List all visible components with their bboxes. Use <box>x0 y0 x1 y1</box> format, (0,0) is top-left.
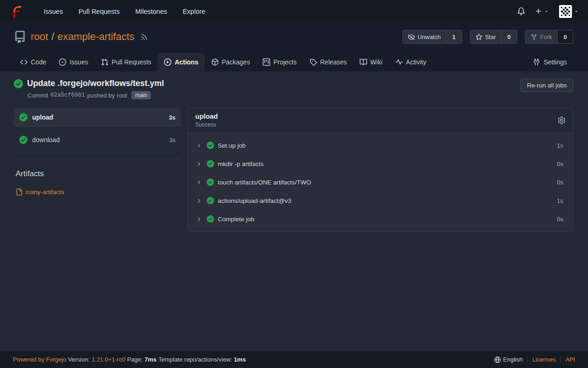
tools-icon <box>533 58 540 66</box>
rerun-all-jobs-button[interactable]: Re-run all jobs <box>520 79 573 92</box>
tab-actions[interactable]: Actions <box>158 53 204 71</box>
branch-badge[interactable]: main <box>131 91 151 99</box>
plus-icon <box>535 8 542 15</box>
tab-projects[interactable]: Projects <box>256 53 303 71</box>
check-circle-icon <box>19 113 28 121</box>
job-item-download[interactable]: download 3s <box>14 130 181 150</box>
issue-opened-icon <box>59 58 66 66</box>
tab-wiki[interactable]: Wiki <box>353 53 389 71</box>
unwatch-label: Unwatch <box>418 34 441 40</box>
job-detail-panel: upload Success Set up job 1s mkdir -p ar… <box>187 108 573 232</box>
artifact-link-many-artifacts[interactable]: many-artifacts <box>16 189 181 196</box>
eye-closed-icon <box>408 34 415 40</box>
gear-icon[interactable] <box>558 116 565 124</box>
page-time-value: 7ms <box>145 356 157 363</box>
pull-request-icon <box>101 58 108 66</box>
check-circle-icon <box>207 197 214 204</box>
step-duration: 1s <box>557 197 563 204</box>
run-header: Update .forgejo/workflows/test.yml Commi… <box>14 79 573 99</box>
job-name: upload <box>32 114 53 121</box>
nav-link-pull-requests[interactable]: Pull Requests <box>71 0 127 23</box>
commit-info: Commit 82a5cf6961 pushed by root main <box>28 91 164 99</box>
rss-icon[interactable] <box>140 33 148 41</box>
job-duration: 3s <box>169 137 175 144</box>
watchers-count: 1 <box>446 30 461 43</box>
check-circle-icon <box>14 79 23 88</box>
licenses-link[interactable]: Licenses <box>532 356 556 363</box>
artifact-name: many-artifacts <box>25 189 64 196</box>
actions-run-view: Update .forgejo/workflows/test.yml Commi… <box>0 71 588 351</box>
repo-owner-link[interactable]: root <box>31 31 48 43</box>
powered-by-link[interactable]: Powered by Forgejo <box>13 356 66 363</box>
chevron-down-icon <box>544 9 549 14</box>
steps-list: Set up job 1s mkdir -p artifacts 0s touc… <box>188 133 573 231</box>
forgejo-logo-icon[interactable] <box>9 4 24 19</box>
step-row-set-up-job[interactable]: Set up job 1s <box>188 136 573 155</box>
play-circle-icon <box>164 58 171 66</box>
run-title: Update .forgejo/workflows/test.yml <box>27 79 164 88</box>
step-row-complete-job[interactable]: Complete job 0s <box>188 210 573 228</box>
create-new-menu[interactable] <box>535 8 549 15</box>
bell-icon[interactable] <box>517 7 525 15</box>
user-menu[interactable] <box>559 5 579 18</box>
repo-icon <box>14 31 26 43</box>
tab-pull-requests[interactable]: Pull Requests <box>95 53 158 71</box>
top-navbar: Issues Pull Requests Milestones Explore <box>0 0 588 23</box>
sidebar-divider <box>14 159 181 159</box>
tab-activity[interactable]: Activity <box>389 53 433 71</box>
stars-count: 0 <box>501 30 517 43</box>
step-duration: 1s <box>557 142 563 149</box>
step-duration: 0s <box>557 161 563 167</box>
step-row-touch[interactable]: touch artifacts/ONE artifacts/TWO 0s <box>188 173 573 191</box>
step-duration: 0s <box>557 216 563 223</box>
check-circle-icon <box>207 142 214 149</box>
breadcrumb-separator: / <box>51 31 54 43</box>
step-row-upload-artifact[interactable]: actions/upload-artifact@v3 1s <box>188 191 573 210</box>
breadcrumb: root / example-artifacts <box>31 31 135 43</box>
navbar-right <box>517 5 579 18</box>
check-circle-icon <box>19 136 28 144</box>
tab-releases[interactable]: Releases <box>303 53 353 71</box>
commit-author-link[interactable]: root <box>117 92 127 99</box>
jobs-sidebar: upload 3s download 3s Artifacts many-art… <box>14 108 181 196</box>
nav-link-issues[interactable]: Issues <box>36 0 71 23</box>
step-row-mkdir[interactable]: mkdir -p artifacts 0s <box>188 155 573 173</box>
fork-label: Fork <box>540 34 552 40</box>
language-menu[interactable]: English <box>494 356 523 363</box>
job-detail-name: upload <box>195 112 218 120</box>
file-icon <box>16 189 23 196</box>
version-label: Version: <box>68 356 90 363</box>
fork-button[interactable]: Fork 0 <box>525 30 573 44</box>
check-circle-icon <box>207 215 214 223</box>
job-detail-header: upload Success <box>188 108 573 133</box>
book-icon <box>360 58 367 66</box>
job-item-upload[interactable]: upload 3s <box>14 108 181 127</box>
tab-issues[interactable]: Issues <box>52 53 94 71</box>
globe-icon <box>494 356 501 363</box>
job-detail-status: Success <box>195 121 218 128</box>
commit-sha-link[interactable]: 82a5cf6961 <box>51 92 85 98</box>
check-circle-icon <box>207 178 214 186</box>
nav-link-milestones[interactable]: Milestones <box>127 0 175 23</box>
api-link[interactable]: API <box>565 356 575 363</box>
job-duration: 3s <box>169 114 175 121</box>
step-duration: 0s <box>557 179 563 186</box>
chevron-right-icon <box>196 161 202 167</box>
unwatch-button[interactable]: Unwatch 1 <box>402 30 462 44</box>
repo-action-buttons: Unwatch 1 Star 0 Fork 0 <box>402 30 573 44</box>
nav-link-explore[interactable]: Explore <box>175 0 213 23</box>
version-link[interactable]: 1.21.0+1-rc0 <box>91 356 125 363</box>
tab-settings[interactable]: Settings <box>526 53 573 71</box>
repo-header-section: root / example-artifacts Unwatch 1 Star … <box>0 23 588 71</box>
language-label: English <box>503 356 523 363</box>
repo-name-link[interactable]: example-artifacts <box>57 31 135 43</box>
step-name: mkdir -p artifacts <box>218 161 264 167</box>
star-button[interactable]: Star 0 <box>470 30 517 44</box>
tab-packages[interactable]: Packages <box>205 53 256 71</box>
tab-code[interactable]: Code <box>14 53 52 71</box>
fork-icon <box>531 34 537 40</box>
forks-count: 0 <box>557 30 573 43</box>
artifacts-heading: Artifacts <box>16 169 181 178</box>
template-time-label: Template repo/actions/view: <box>158 356 232 363</box>
chevron-right-icon <box>196 216 202 222</box>
